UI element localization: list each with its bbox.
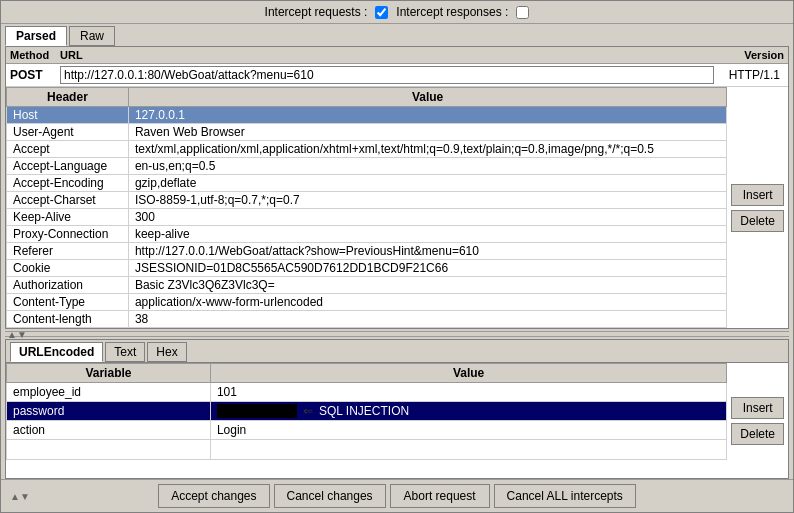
header-value-cell: 300 bbox=[128, 209, 726, 226]
bottom-arrows: ▲▼ bbox=[8, 491, 32, 502]
abort-request-button[interactable]: Abort request bbox=[390, 484, 490, 508]
tab-raw[interactable]: Raw bbox=[69, 26, 115, 46]
param-variable-cell: action bbox=[7, 421, 211, 440]
header-value-cell: JSESSIONID=01D8C5565AC590D7612DD1BCD9F21… bbox=[128, 260, 726, 277]
header-name-cell: Cookie bbox=[7, 260, 129, 277]
lower-side-buttons: Insert Delete bbox=[727, 363, 788, 478]
params-table-row[interactable]: employee_id101 bbox=[7, 383, 727, 402]
tab-text[interactable]: Text bbox=[105, 342, 145, 362]
header-value-cell: keep-alive bbox=[128, 226, 726, 243]
cancel-changes-button[interactable]: Cancel changes bbox=[274, 484, 386, 508]
header-name-cell: Referer bbox=[7, 243, 129, 260]
top-bar: Intercept requests : Intercept responses… bbox=[1, 1, 793, 24]
header-value-cell: gzip,deflate bbox=[128, 175, 726, 192]
header-name-cell: Host bbox=[7, 107, 129, 124]
headers-table-row[interactable]: Accept-CharsetISO-8859-1,utf-8;q=0.7,*;q… bbox=[7, 192, 727, 209]
headers-table: Header Value Host127.0.0.1User-AgentRave… bbox=[6, 87, 727, 328]
param-variable-cell: employee_id bbox=[7, 383, 211, 402]
headers-table-wrap: Header Value Host127.0.0.1User-AgentRave… bbox=[6, 87, 727, 328]
param-value-cell: ⇐SQL INJECTION bbox=[210, 402, 726, 421]
sql-injection-label: SQL INJECTION bbox=[319, 404, 409, 418]
params-insert-button[interactable]: Insert bbox=[731, 397, 784, 419]
headers-section: Header Value Host127.0.0.1User-AgentRave… bbox=[6, 87, 788, 328]
intercept-requests-label: Intercept requests : bbox=[265, 5, 368, 19]
headers-table-row[interactable]: Content-Typeapplication/x-www-form-urlen… bbox=[7, 294, 727, 311]
headers-table-row[interactable]: Content-length38 bbox=[7, 311, 727, 328]
method-url-values-row: POST HTTP/1.1 bbox=[6, 64, 788, 87]
params-table: Variable Value employee_id101password⇐SQ… bbox=[6, 363, 727, 460]
arrow-icon: ⇐ bbox=[303, 404, 313, 418]
header-value-cell: application/x-www-form-urlencoded bbox=[128, 294, 726, 311]
header-name-cell: User-Agent bbox=[7, 124, 129, 141]
headers-insert-button[interactable]: Insert bbox=[731, 184, 784, 206]
headers-table-row[interactable]: AuthorizationBasic Z3Vlc3Q6Z3Vlc3Q= bbox=[7, 277, 727, 294]
headers-table-row[interactable]: Accept-Languageen-us,en;q=0.5 bbox=[7, 158, 727, 175]
cancel-all-intercepts-button[interactable]: Cancel ALL intercepts bbox=[494, 484, 636, 508]
params-table-wrap: Variable Value employee_id101password⇐SQ… bbox=[6, 363, 727, 478]
url-input[interactable] bbox=[60, 66, 714, 84]
headers-table-row[interactable]: User-AgentRaven Web Browser bbox=[7, 124, 727, 141]
intercept-requests-checkbox[interactable] bbox=[375, 6, 388, 19]
value-col-th: Value bbox=[128, 88, 726, 107]
params-table-row[interactable]: actionLogin bbox=[7, 421, 727, 440]
upper-tabs-row: Parsed Raw bbox=[1, 24, 793, 46]
header-name-cell: Proxy-Connection bbox=[7, 226, 129, 243]
headers-table-row[interactable]: Host127.0.0.1 bbox=[7, 107, 727, 124]
method-col-header: Method bbox=[10, 49, 60, 61]
password-box bbox=[217, 404, 297, 418]
bottom-bar: ▲▼ Accept changes Cancel changes Abort r… bbox=[1, 479, 793, 512]
upper-side-buttons: Insert Delete bbox=[727, 87, 788, 328]
lower-panel: URLEncoded Text Hex Variable Value em bbox=[5, 339, 789, 479]
lower-tabs-row: URLEncoded Text Hex bbox=[6, 340, 788, 363]
header-value-cell: ISO-8859-1,utf-8;q=0.7,*;q=0.7 bbox=[128, 192, 726, 209]
params-empty-row bbox=[7, 440, 727, 460]
content-area: Parsed Raw Method URL Version POST HTTP/… bbox=[1, 24, 793, 512]
header-value-cell: 38 bbox=[128, 311, 726, 328]
url-col-header: URL bbox=[60, 49, 714, 61]
headers-table-row[interactable]: Accept-Encodinggzip,deflate bbox=[7, 175, 727, 192]
intercept-responses-checkbox[interactable] bbox=[516, 6, 529, 19]
params-table-row[interactable]: password⇐SQL INJECTION bbox=[7, 402, 727, 421]
lower-content: Variable Value employee_id101password⇐SQ… bbox=[6, 363, 788, 478]
tab-parsed[interactable]: Parsed bbox=[5, 26, 67, 46]
header-name-cell: Accept-Language bbox=[7, 158, 129, 175]
header-value-cell: en-us,en;q=0.5 bbox=[128, 158, 726, 175]
header-value-cell: 127.0.0.1 bbox=[128, 107, 726, 124]
variable-col-th: Variable bbox=[7, 364, 211, 383]
method-value: POST bbox=[10, 68, 60, 82]
param-variable-cell: password bbox=[7, 402, 211, 421]
header-name-cell: Content-length bbox=[7, 311, 129, 328]
version-value: HTTP/1.1 bbox=[714, 68, 784, 82]
header-name-cell: Authorization bbox=[7, 277, 129, 294]
headers-table-row[interactable]: Refererhttp://127.0.0.1/WebGoat/attack?s… bbox=[7, 243, 727, 260]
main-container: Intercept requests : Intercept responses… bbox=[0, 0, 794, 513]
header-value-cell: text/xml,application/xml,application/xht… bbox=[128, 141, 726, 158]
upper-panel: Method URL Version POST HTTP/1.1 Header bbox=[5, 46, 789, 329]
value-col-th2: Value bbox=[210, 364, 726, 383]
header-value-cell: Basic Z3Vlc3Q6Z3Vlc3Q= bbox=[128, 277, 726, 294]
header-name-cell: Keep-Alive bbox=[7, 209, 129, 226]
headers-table-row[interactable]: Proxy-Connectionkeep-alive bbox=[7, 226, 727, 243]
version-col-header: Version bbox=[714, 49, 784, 61]
tab-urlencoded[interactable]: URLEncoded bbox=[10, 342, 103, 362]
tab-hex[interactable]: Hex bbox=[147, 342, 186, 362]
header-name-cell: Accept bbox=[7, 141, 129, 158]
param-value-cell: Login bbox=[210, 421, 726, 440]
divider-arrows: ▲▼ bbox=[5, 329, 29, 340]
header-name-cell: Accept-Charset bbox=[7, 192, 129, 209]
accept-changes-button[interactable]: Accept changes bbox=[158, 484, 269, 508]
header-value-cell: http://127.0.0.1/WebGoat/attack?show=Pre… bbox=[128, 243, 726, 260]
header-col-th: Header bbox=[7, 88, 129, 107]
method-url-header-row: Method URL Version bbox=[6, 47, 788, 64]
headers-table-row[interactable]: Accepttext/xml,application/xml,applicati… bbox=[7, 141, 727, 158]
header-name-cell: Accept-Encoding bbox=[7, 175, 129, 192]
intercept-responses-label: Intercept responses : bbox=[396, 5, 508, 19]
param-value-cell: 101 bbox=[210, 383, 726, 402]
headers-table-row[interactable]: Keep-Alive300 bbox=[7, 209, 727, 226]
header-name-cell: Content-Type bbox=[7, 294, 129, 311]
params-delete-button[interactable]: Delete bbox=[731, 423, 784, 445]
headers-table-row[interactable]: CookieJSESSIONID=01D8C5565AC590D7612DD1B… bbox=[7, 260, 727, 277]
header-value-cell: Raven Web Browser bbox=[128, 124, 726, 141]
headers-delete-button[interactable]: Delete bbox=[731, 210, 784, 232]
panel-divider: ▲▼ bbox=[5, 331, 789, 337]
